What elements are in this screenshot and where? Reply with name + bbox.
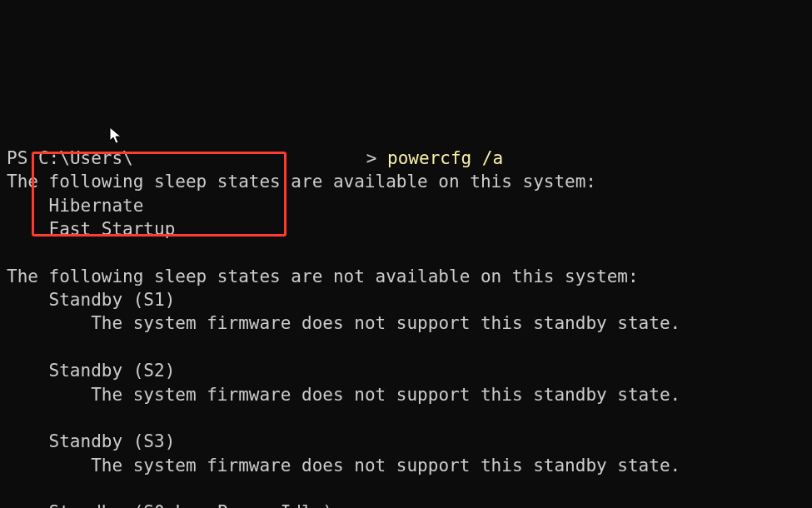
- available-header: The following sleep states are available…: [7, 172, 596, 192]
- mouse-cursor-icon: [109, 127, 122, 145]
- unavailable-header: The following sleep states are not avail…: [7, 266, 639, 286]
- unavailable-state-name: Standby (S3): [49, 431, 176, 451]
- unavailable-state-name: Standby (S2): [49, 361, 176, 381]
- unavailable-state-reason: The system firmware does not support thi…: [91, 385, 680, 405]
- command-text: powercfg /a: [387, 148, 503, 168]
- available-state: Fast Startup: [49, 219, 176, 239]
- prompt-path-prefix: C:\Users\: [38, 148, 133, 168]
- prompt-suffix: >: [366, 148, 377, 168]
- unavailable-state-name: Standby (S0 Low Power Idle): [49, 502, 333, 508]
- prompt-shell: PS: [7, 148, 27, 168]
- unavailable-state-reason: The system firmware does not support thi…: [91, 456, 680, 476]
- unavailable-state-name: Standby (S1): [49, 290, 176, 310]
- available-state: Hibernate: [49, 196, 144, 216]
- unavailable-state-reason: The system firmware does not support thi…: [91, 313, 680, 333]
- redacted-username: [133, 150, 366, 168]
- terminal-window[interactable]: PS C:\Users\> powercfg /a The following …: [0, 118, 812, 508]
